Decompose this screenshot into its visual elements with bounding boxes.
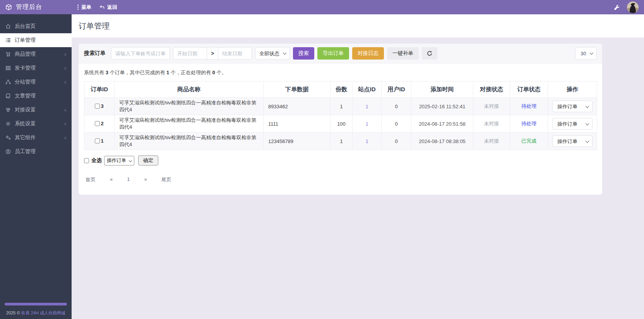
order-data-cell: 1111 — [264, 115, 331, 133]
site-id-link[interactable]: 1 — [365, 138, 368, 144]
table-row: 2可孚艾滋病检测试纸hiv检测纸四合一高精准自检梅毒双检非第四代41111100… — [84, 115, 597, 133]
sitemap-icon — [5, 79, 15, 85]
app-brand[interactable]: 管理后台 — [0, 3, 72, 11]
refresh-button[interactable] — [422, 47, 437, 60]
sidebar-item-home[interactable]: 后台首页 — [0, 19, 72, 33]
sidebar-item-goods[interactable]: 商品管理‹ — [0, 47, 72, 61]
order-data-cell: 123456789 — [264, 133, 331, 150]
sidebar-item-label: 其它组件 — [15, 134, 36, 141]
sidebar-item-articles[interactable]: 文章管理 — [0, 89, 72, 103]
docking-log-button[interactable]: 对接日志 — [352, 47, 384, 60]
bulk-action-row: 全选 操作订单 确定 — [79, 150, 602, 171]
top-right-tools — [614, 2, 644, 13]
sidebar-item-components[interactable]: 其它组件‹ — [0, 131, 72, 145]
added-time-cell: 2024-08-17 20:51:58 — [411, 115, 473, 133]
processing-count: 0 — [212, 70, 215, 75]
column-header: 商品名称 — [115, 82, 264, 98]
row-checkbox[interactable] — [95, 138, 100, 143]
pagination-last[interactable]: 尾页 — [161, 176, 171, 183]
sidebar-item-substation[interactable]: 分站管理‹ — [0, 75, 72, 89]
product-name-cell: 可孚艾滋病检测试纸hiv检测纸四合一高精准自检梅毒双检非第四代4 — [115, 133, 264, 150]
confirm-button[interactable]: 确定 — [138, 155, 158, 165]
order-status-badge: 待处理 — [521, 121, 536, 126]
action-cell: 操作订单 — [548, 115, 597, 133]
pagination-next[interactable]: » — [144, 176, 147, 183]
start-date-input[interactable] — [173, 47, 207, 60]
avatar[interactable] — [627, 2, 639, 13]
sidebar-item-label: 发卡管理 — [15, 65, 36, 72]
end-date-input[interactable] — [218, 47, 252, 60]
column-header: 添加时间 — [411, 82, 473, 98]
orders-table: 订单ID商品名称下单数据份数站点ID用户ID添加时间对接状态订单状态操作 3可孚… — [84, 81, 597, 150]
site-id-link[interactable]: 1 — [365, 121, 368, 127]
column-header: 订单ID — [84, 82, 115, 98]
order-status-badge: 已完成 — [521, 138, 536, 144]
column-header: 对接状态 — [473, 82, 510, 98]
row-action-select[interactable]: 操作订单 — [552, 118, 593, 130]
search-button[interactable]: 搜索 — [293, 47, 314, 60]
order-id-cell: 2 — [84, 115, 115, 133]
chevron-left-icon: ‹ — [64, 121, 66, 126]
added-time-cell: 2025-02-16 11:52:41 — [411, 98, 473, 115]
row-action-select[interactable]: 操作订单 — [552, 135, 593, 147]
sidebar-item-system[interactable]: 系统设置‹ — [0, 117, 72, 131]
column-header: 站点ID — [353, 82, 382, 98]
sidebar-item-cards[interactable]: 发卡管理‹ — [0, 61, 72, 75]
page-size-select[interactable]: 30 — [575, 47, 597, 60]
wrench-icon[interactable] — [614, 4, 620, 10]
dock-status-cell: 未对接 — [473, 98, 510, 115]
cart-icon — [5, 51, 15, 57]
page-header: 订单管理 — [72, 14, 644, 38]
page-title: 订单管理 — [79, 21, 110, 31]
grid-icon — [5, 65, 15, 71]
sidebar-item-staff[interactable]: 员工管理 — [0, 145, 72, 159]
sidebar-item-label: 分站管理 — [15, 78, 36, 85]
copyright-year: 2025 © — [6, 310, 20, 315]
sidebar-item-label: 文章管理 — [15, 92, 36, 99]
status-select[interactable]: 全部状态 — [255, 47, 290, 60]
order-id: 2 — [101, 121, 103, 126]
search-label: 搜索订单 — [84, 50, 106, 57]
sidebar-item-docking[interactable]: 对接设置‹ — [0, 103, 72, 117]
cube-logo-icon — [5, 4, 12, 10]
pagination-first[interactable]: 首页 — [86, 176, 96, 183]
copyright: 2025 © 欢喜 24H 成人自助商城 — [0, 310, 72, 316]
back-button[interactable]: 返回 — [99, 4, 117, 11]
order-id-cell: 1 — [84, 133, 115, 150]
quantity-cell: 1 — [331, 133, 353, 150]
sidebar-item-label: 订单管理 — [15, 37, 36, 44]
top-bar: 管理后台 菜单 返回 — [0, 0, 644, 14]
sidebar-item-orders[interactable]: 订单管理 — [0, 33, 72, 47]
order-status-cell: 待处理 — [510, 98, 548, 115]
order-status-cell: 已完成 — [510, 133, 548, 150]
row-checkbox[interactable] — [95, 104, 100, 109]
site-name-link[interactable]: 欢喜 24H 成人自助商城 — [21, 310, 65, 315]
row-checkbox[interactable] — [95, 121, 100, 126]
select-all-checkbox[interactable] — [84, 158, 89, 163]
export-orders-button[interactable]: 导出订单 — [317, 47, 349, 60]
chevron-left-icon: ‹ — [64, 79, 66, 85]
sidebar-item-label: 后台首页 — [15, 23, 36, 30]
menu-label: 菜单 — [81, 4, 91, 11]
column-header: 用户ID — [382, 82, 411, 98]
home-icon — [5, 24, 15, 29]
row-action-select[interactable]: 操作订单 — [552, 101, 593, 112]
site-id-link[interactable]: 1 — [365, 104, 368, 109]
search-input[interactable] — [111, 47, 170, 60]
pagination-current-page[interactable]: 1 — [127, 176, 130, 183]
bulk-action-select[interactable]: 操作订单 — [104, 156, 134, 165]
top-menu: 菜单 返回 — [77, 4, 117, 11]
replenish-button[interactable]: 一键补单 — [387, 47, 419, 60]
search-toolbar: 搜索订单 > 全部状态 搜索 导出订单 对接日志 一键补单 — [79, 44, 602, 63]
added-time-cell: 2024-08-17 08:38:05 — [411, 133, 473, 150]
sidebar: 后台首页订单管理商品管理‹发卡管理‹分站管理‹文章管理对接设置‹系统设置‹其它组… — [0, 14, 72, 319]
pagination-prev[interactable]: « — [110, 176, 113, 183]
menu-toggle[interactable]: 菜单 — [77, 4, 91, 11]
content-area: 搜索订单 > 全部状态 搜索 导出订单 对接日志 一键补单 — [72, 38, 644, 319]
user-id-cell: 0 — [382, 115, 411, 133]
back-label: 返回 — [107, 4, 117, 11]
pagination: 首页 « 1 » 尾页 — [79, 171, 602, 195]
table-row: 3可孚艾滋病检测试纸hiv检测纸四合一高精准自检梅毒双检非第四代48933462… — [84, 98, 597, 115]
column-header: 份数 — [331, 82, 353, 98]
table-header-row: 订单ID商品名称下单数据份数站点ID用户ID添加时间对接状态订单状态操作 — [84, 82, 597, 98]
